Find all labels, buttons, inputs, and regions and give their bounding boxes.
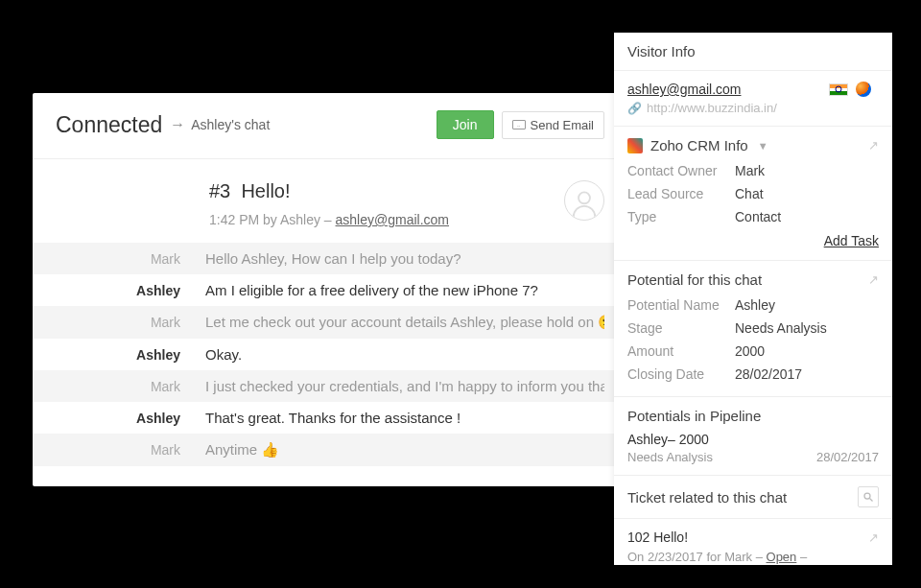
message-row: MarkAnytime 👍	[33, 434, 627, 466]
zoho-crm-icon	[627, 138, 643, 153]
pipeline-item-date: 28/02/2017	[816, 450, 879, 464]
message-text: Anytime 👍	[205, 441, 604, 459]
message-text: Am I eligible for a free delivery of the…	[205, 282, 604, 298]
connection-status: Connected	[56, 112, 162, 138]
chat-header: Connected → Ashley's chat Join Send Emai…	[33, 93, 627, 159]
message-sender: Mark	[56, 379, 180, 394]
ticket-title[interactable]: 102 Hello!	[627, 529, 688, 545]
ticket-section-header: Ticket related to this chat	[614, 476, 892, 519]
visitor-url: http://www.buzzindia.in/	[647, 101, 777, 115]
message-sender: Ashley	[56, 347, 180, 363]
ticket-item: 102 Hello! ↗ On 2/23/2017 for Mark – Ope…	[614, 519, 892, 575]
search-icon[interactable]	[858, 486, 879, 507]
svg-line-2	[870, 499, 873, 502]
visitor-avatar	[564, 180, 604, 221]
visitor-details: ashley@gmail.com 🔗 http://www.buzzindia.…	[614, 71, 892, 127]
pipeline-section: Potentials in Pipeline Ashley– 2000 Need…	[614, 397, 892, 476]
chat-title: #3 Hello!	[209, 180, 564, 202]
message-row: AshleyOkay.	[33, 339, 627, 370]
send-email-label: Send Email	[531, 118, 594, 132]
pipeline-item-stage: Needs Analysis	[627, 450, 713, 464]
visitor-info-title: Visitor Info	[627, 43, 879, 59]
message-sender: Mark	[56, 315, 180, 330]
mail-icon	[512, 120, 526, 129]
visitor-email-link[interactable]: ashley@gmail.com	[627, 82, 741, 97]
join-button[interactable]: Join	[437, 110, 494, 139]
external-link-icon[interactable]: ↗	[868, 138, 879, 153]
message-text: That's great. Thanks for the assistance …	[205, 410, 604, 426]
pipeline-title: Potentials in Pipeline	[627, 408, 879, 424]
message-row: MarkI just checked your credentials, and…	[33, 370, 627, 402]
visitor-info-section: Visitor Info	[614, 33, 892, 71]
potential-title: Potential for this chat	[627, 271, 762, 288]
side-panel: Visitor Info ashley@gmail.com 🔗 http://w…	[614, 33, 892, 565]
chat-body: #3 Hello! 1:42 PM by Ashley – ashley@gma…	[33, 159, 627, 466]
message-text: Okay.	[205, 346, 604, 363]
external-link-icon[interactable]: ↗	[868, 530, 879, 545]
chevron-down-icon[interactable]: ▼	[758, 140, 768, 152]
chat-panel: Connected → Ashley's chat Join Send Emai…	[33, 93, 627, 486]
india-flag-icon	[829, 83, 848, 96]
chat-subtitle: 1:42 PM by Ashley – ashley@gmail.com	[209, 212, 564, 227]
message-row: MarkHello Ashley, How can I help you tod…	[33, 243, 627, 274]
message-row: MarkLet me check out your account detail…	[33, 306, 627, 339]
ticket-section-title: Ticket related to this chat	[627, 489, 787, 506]
crm-section: Zoho CRM Info ▼ ↗ Contact OwnerMark Lead…	[614, 127, 892, 261]
firefox-icon	[856, 82, 871, 97]
message-text: Let me check out your account details As…	[205, 314, 604, 331]
potential-section: Potential for this chat ↗ Potential Name…	[614, 261, 892, 397]
ticket-status[interactable]: Open	[767, 550, 797, 564]
message-sender: Ashley	[56, 411, 180, 426]
message-row: AshleyAm I eligible for a free delivery …	[33, 274, 627, 306]
crm-title: Zoho CRM Info	[650, 137, 748, 153]
ticket-subtitle: On 2/23/2017 for Mark – Open –	[627, 550, 879, 564]
message-text: Hello Ashley, How can I help you today?	[205, 250, 604, 267]
svg-point-1	[864, 493, 870, 499]
message-text: I just checked your credentials, and I'm…	[205, 378, 604, 394]
link-icon: 🔗	[627, 102, 642, 115]
send-email-button[interactable]: Send Email	[502, 111, 604, 139]
chat-subject: Ashley's chat	[191, 117, 270, 132]
add-task-link[interactable]: Add Task	[824, 233, 879, 248]
pipeline-item-title[interactable]: Ashley– 2000	[627, 432, 879, 447]
message-sender: Mark	[56, 442, 180, 458]
external-link-icon[interactable]: ↗	[868, 272, 879, 287]
arrow-right-icon: →	[170, 116, 185, 133]
chat-email-link[interactable]: ashley@gmail.com	[336, 212, 449, 227]
svg-point-0	[579, 192, 590, 203]
message-row: AshleyThat's great. Thanks for the assis…	[33, 402, 627, 434]
message-sender: Mark	[56, 251, 180, 267]
message-sender: Ashley	[56, 283, 180, 298]
